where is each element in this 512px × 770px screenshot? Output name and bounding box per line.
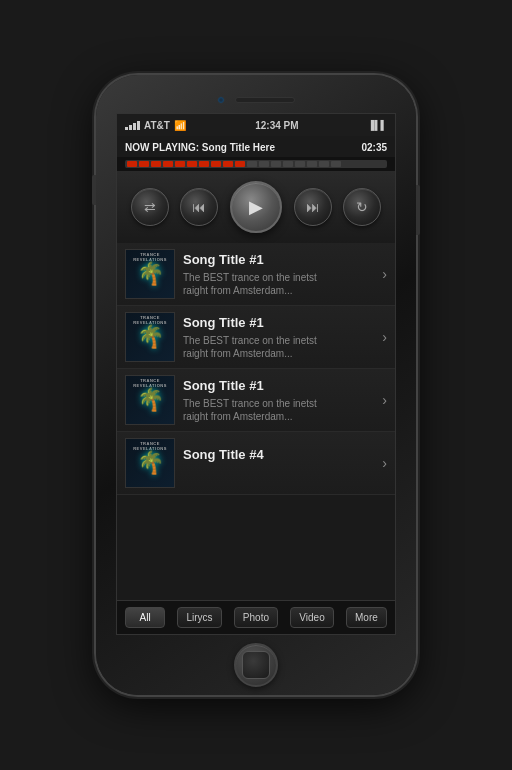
song-desc-3: The BEST trance on the inetstraight from…: [183, 397, 374, 423]
album-art-2: TRANCE REVELATIONS 🌴: [125, 312, 175, 362]
repeat-icon: ↻: [356, 199, 368, 215]
song-list: TRANCE REVELATIONS 🌴 Song Title #1 The B…: [117, 243, 395, 600]
song-desc-2: The BEST trance on the inetstraight from…: [183, 334, 374, 360]
song-title-2: Song Title #1: [183, 315, 374, 330]
album-art-1: TRANCE REVELATIONS 🌴: [125, 249, 175, 299]
song-title-1: Song Title #1: [183, 252, 374, 267]
song-chevron-2: ›: [382, 329, 387, 345]
album-palm-icon-1: 🌴: [137, 261, 164, 287]
play-button[interactable]: ▶: [230, 181, 282, 233]
album-art-inner-2: TRANCE REVELATIONS 🌴: [126, 313, 174, 361]
album-art-inner-1: TRANCE REVELATIONS 🌴: [126, 250, 174, 298]
status-bar: AT&T 📶 12:34 PM ▐▌▌: [117, 114, 395, 136]
progress-segment-14: [283, 161, 293, 167]
song-item-1[interactable]: TRANCE REVELATIONS 🌴 Song Title #1 The B…: [117, 243, 395, 306]
next-icon: ⏭: [306, 199, 320, 215]
home-area: [234, 635, 278, 695]
progress-segment-13: [271, 161, 281, 167]
progress-segment-6: [187, 161, 197, 167]
next-button[interactable]: ⏭: [294, 188, 332, 226]
now-playing-title: NOW PLAYING: Song Title Here: [125, 142, 275, 153]
status-left: AT&T 📶: [125, 120, 186, 131]
tab-video[interactable]: Video: [290, 607, 333, 628]
album-art-4: TRANCE REVELATIONS 🌴: [125, 438, 175, 488]
song-item-3[interactable]: TRANCE REVELATIONS 🌴 Song Title #1 The B…: [117, 369, 395, 432]
song-info-2: Song Title #1 The BEST trance on the ine…: [175, 315, 382, 360]
progress-segment-3: [151, 161, 161, 167]
progress-segment-15: [295, 161, 305, 167]
prev-button[interactable]: ⏮: [180, 188, 218, 226]
progress-segment-11: [247, 161, 257, 167]
signal-bar-3: [133, 123, 136, 130]
song-title-3: Song Title #1: [183, 378, 374, 393]
now-playing-time: 02:35: [361, 142, 387, 153]
repeat-button[interactable]: ↻: [343, 188, 381, 226]
song-desc-1: The BEST trance on the inetstraight from…: [183, 271, 374, 297]
progress-segment-18: [331, 161, 341, 167]
shuffle-button[interactable]: ⇄: [131, 188, 169, 226]
home-button[interactable]: [234, 643, 278, 687]
tab-more[interactable]: More: [346, 607, 387, 628]
signal-bar-4: [137, 121, 140, 130]
song-item-4[interactable]: TRANCE REVELATIONS 🌴 Song Title #4 ›: [117, 432, 395, 495]
clock: 12:34 PM: [255, 120, 298, 131]
play-icon: ▶: [249, 196, 263, 218]
progress-segment-4: [163, 161, 173, 167]
controls-area: ⇄ ⏮ ▶ ⏭ ↻: [117, 171, 395, 243]
album-art-inner-4: TRANCE REVELATIONS 🌴: [126, 439, 174, 487]
progress-segment-2: [139, 161, 149, 167]
album-palm-icon-3: 🌴: [137, 387, 164, 413]
tab-lyrics[interactable]: Lirycs: [177, 607, 221, 628]
song-chevron-1: ›: [382, 266, 387, 282]
song-chevron-3: ›: [382, 392, 387, 408]
song-item-2[interactable]: TRANCE REVELATIONS 🌴 Song Title #1 The B…: [117, 306, 395, 369]
album-art-inner-3: TRANCE REVELATIONS 🌴: [126, 376, 174, 424]
battery-icon: ▐▌▌: [368, 120, 387, 130]
progress-segment-17: [319, 161, 329, 167]
front-camera: [217, 96, 225, 104]
song-info-3: Song Title #1 The BEST trance on the ine…: [175, 378, 382, 423]
phone-screen: AT&T 📶 12:34 PM ▐▌▌ NOW PLAYING: Song Ti…: [116, 113, 396, 635]
progress-bar-container[interactable]: [117, 157, 395, 171]
album-palm-icon-2: 🌴: [137, 324, 164, 350]
progress-segment-9: [223, 161, 233, 167]
album-palm-icon-4: 🌴: [137, 450, 164, 476]
tab-photo[interactable]: Photo: [234, 607, 278, 628]
power-button[interactable]: [416, 185, 420, 235]
tab-all[interactable]: All: [125, 607, 165, 628]
progress-segment-8: [211, 161, 221, 167]
volume-button[interactable]: [92, 175, 96, 205]
shuffle-icon: ⇄: [144, 199, 156, 215]
phone-shell: AT&T 📶 12:34 PM ▐▌▌ NOW PLAYING: Song Ti…: [96, 75, 416, 695]
song-desc-4: [183, 466, 374, 479]
album-art-3: TRANCE REVELATIONS 🌴: [125, 375, 175, 425]
signal-bars: [125, 121, 140, 130]
progress-segment-16: [307, 161, 317, 167]
song-title-4: Song Title #4: [183, 447, 374, 462]
progress-bar-track[interactable]: [125, 160, 387, 168]
home-button-inner: [242, 651, 270, 679]
tab-bar: AllLirycsPhotoVideoMore: [117, 600, 395, 634]
progress-segment-10: [235, 161, 245, 167]
now-playing-bar: NOW PLAYING: Song Title Here 02:35: [117, 136, 395, 157]
song-info-4: Song Title #4: [175, 447, 382, 479]
progress-segment-12: [259, 161, 269, 167]
earpiece-speaker: [235, 97, 295, 103]
song-info-1: Song Title #1 The BEST trance on the ine…: [175, 252, 382, 297]
progress-bar-fill: [125, 160, 343, 168]
song-chevron-4: ›: [382, 455, 387, 471]
carrier-label: AT&T: [144, 120, 170, 131]
signal-bar-1: [125, 127, 128, 130]
phone-top-bar: [96, 75, 416, 113]
progress-segment-5: [175, 161, 185, 167]
progress-segment-7: [199, 161, 209, 167]
signal-bar-2: [129, 125, 132, 130]
prev-icon: ⏮: [192, 199, 206, 215]
progress-segment-1: [127, 161, 137, 167]
wifi-icon: 📶: [174, 120, 186, 131]
